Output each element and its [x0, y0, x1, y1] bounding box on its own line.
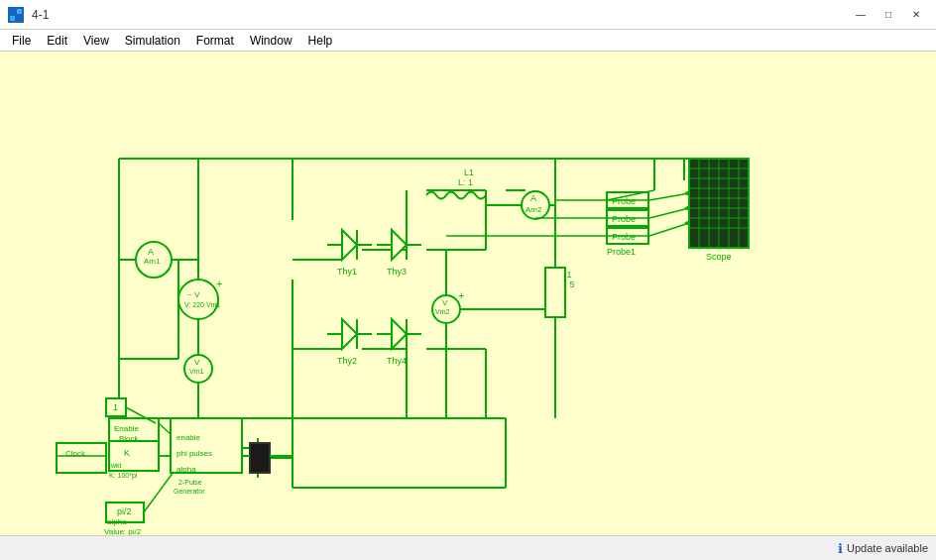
svg-rect-85: [545, 268, 565, 317]
svg-text:~ V: ~ V: [187, 290, 200, 299]
svg-text:Generator: Generator: [174, 488, 205, 495]
svg-text:A: A: [148, 247, 154, 257]
title-bar: 4-1 — □ ✕: [0, 0, 936, 30]
svg-text:alpha: alpha: [107, 517, 127, 526]
svg-text:A: A: [530, 193, 536, 203]
svg-text:L: 1: L: 1: [458, 177, 473, 187]
svg-point-43: [178, 280, 218, 319]
svg-text:Thy3: Thy3: [387, 267, 407, 277]
svg-rect-0: [10, 9, 15, 14]
menu-edit[interactable]: Edit: [39, 30, 75, 51]
update-text: Update available: [847, 542, 928, 554]
status-bar: ℹ Update available: [0, 535, 936, 560]
svg-text:L1: L1: [464, 168, 474, 177]
svg-text:2-Pulse: 2-Pulse: [178, 479, 202, 486]
svg-text:Probe1: Probe1: [607, 247, 636, 257]
svg-rect-2: [10, 16, 15, 21]
menu-bar: File Edit View Simulation Format Window …: [0, 30, 936, 52]
svg-text:Am1: Am1: [144, 257, 161, 266]
svg-text:Vm2: Vm2: [435, 308, 450, 315]
maximize-button[interactable]: □: [877, 6, 900, 24]
svg-text:Probe: Probe: [612, 214, 636, 224]
minimize-button[interactable]: —: [849, 6, 873, 24]
svg-text:Am2: Am2: [526, 205, 542, 214]
svg-text:phi pulses: phi pulses: [176, 449, 212, 458]
svg-rect-143: [250, 443, 270, 473]
svg-text:V: 220 Vm1: V: 220 Vm1: [184, 301, 220, 308]
svg-text:Vm1: Vm1: [189, 368, 204, 375]
svg-text:K: 100*pi: K: 100*pi: [109, 472, 138, 480]
menu-window[interactable]: Window: [242, 30, 300, 51]
svg-text:+: +: [216, 278, 222, 289]
menu-file[interactable]: File: [4, 30, 39, 51]
close-button[interactable]: ✕: [904, 6, 928, 24]
svg-rect-129: [57, 443, 106, 473]
circuit-diagram: A Am1 ~ V V: 220 Vm1 V Vm1 + Thy1: [0, 52, 936, 535]
svg-text:alpha: alpha: [176, 465, 196, 474]
svg-text:V: V: [194, 358, 200, 367]
svg-text:Thy1: Thy1: [337, 267, 357, 277]
svg-text:Probe: Probe: [612, 232, 636, 242]
svg-text:Scope: Scope: [706, 252, 732, 262]
svg-text:1: 1: [113, 402, 118, 412]
circuit-canvas[interactable]: A Am1 ~ V V: 220 Vm1 V Vm1 + Thy1: [0, 52, 936, 535]
menu-view[interactable]: View: [75, 30, 117, 51]
update-notice: ℹ Update available: [838, 541, 928, 556]
svg-text:V: V: [442, 298, 448, 307]
info-icon: ℹ: [838, 541, 843, 556]
svg-text:wkt: wkt: [110, 462, 122, 469]
svg-text:+: +: [458, 289, 464, 301]
svg-text:enable: enable: [176, 433, 201, 442]
svg-text:pi/2: pi/2: [117, 506, 132, 516]
svg-text:K: K: [124, 448, 130, 458]
menu-simulation[interactable]: Simulation: [117, 30, 188, 51]
app-icon: [8, 7, 24, 23]
svg-text:Value: pi/2: Value: pi/2: [104, 527, 142, 535]
menu-format[interactable]: Format: [188, 30, 242, 51]
window-controls: — □ ✕: [849, 6, 928, 24]
svg-rect-3: [17, 16, 22, 21]
svg-text:Thy4: Thy4: [387, 356, 407, 366]
window-title: 4-1: [32, 8, 49, 22]
svg-text:Thy2: Thy2: [337, 356, 357, 366]
svg-rect-1: [17, 9, 22, 14]
menu-help[interactable]: Help: [300, 30, 341, 51]
svg-text:Enable: Enable: [114, 424, 139, 433]
